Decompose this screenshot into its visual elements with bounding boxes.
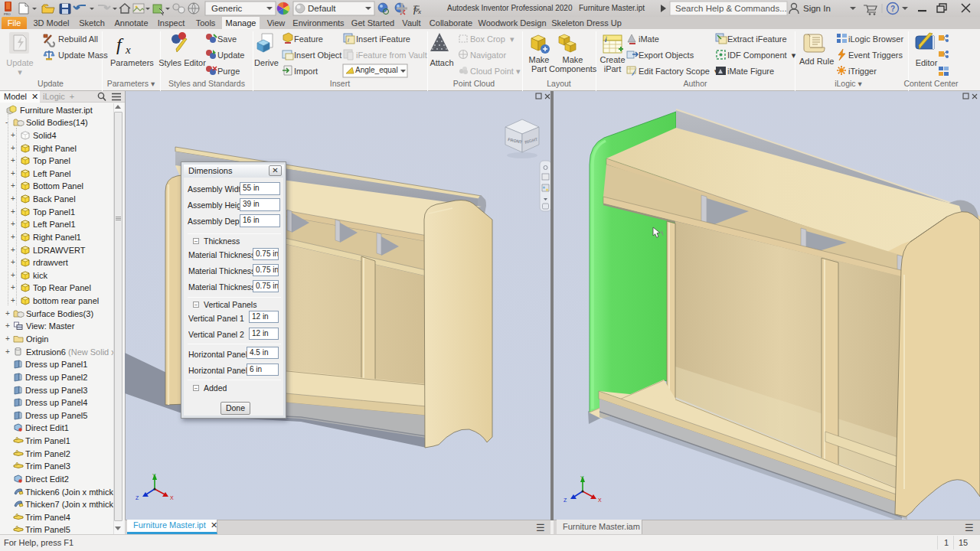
svg-text:X: X (598, 497, 602, 503)
svg-text:Search Help & Commands...: Search Help & Commands... (675, 4, 787, 13)
svg-text:Generic: Generic (211, 4, 243, 13)
svg-text:i: i (348, 37, 349, 44)
svg-text:f: f (116, 34, 124, 54)
svg-text:Y: Y (152, 473, 156, 478)
svg-text:x: x (125, 44, 131, 56)
svg-text:PRO: PRO (4, 12, 11, 16)
svg-text:Z: Z (136, 495, 139, 500)
svg-text:Y: Y (580, 475, 584, 481)
svg-text:?: ? (890, 5, 895, 13)
svg-text:X: X (170, 495, 174, 500)
svg-text:Sign In: Sign In (803, 4, 831, 13)
svg-text:Z: Z (564, 497, 567, 503)
svg-text:Default: Default (308, 4, 336, 13)
svg-text:Angle_equal: Angle_equal (355, 66, 398, 74)
